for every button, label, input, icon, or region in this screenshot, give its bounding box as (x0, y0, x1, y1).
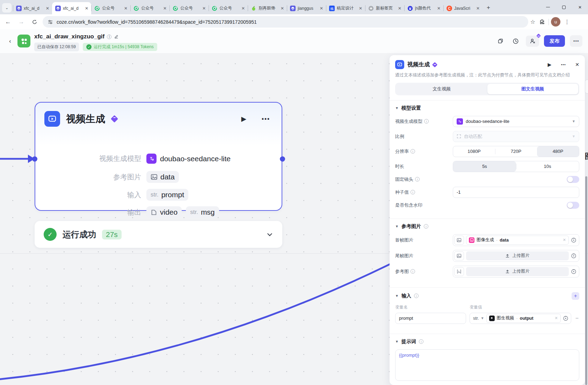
back-to-workflows-button[interactable]: ‹ (9, 38, 11, 45)
node-more-icon[interactable]: ⋯ (261, 114, 270, 124)
output-video-chip[interactable]: video (146, 206, 182, 218)
tab-close-icon[interactable]: ✕ (123, 6, 128, 11)
duration-10s[interactable]: 10s (516, 161, 579, 172)
type-select[interactable]: str. ▼ (473, 316, 484, 321)
tab-close-icon[interactable]: ✕ (241, 6, 246, 11)
info-icon[interactable]: i (424, 119, 429, 124)
watermark-toggle[interactable] (567, 202, 579, 209)
tab-close-icon[interactable]: ✕ (202, 6, 206, 11)
add-input-button[interactable]: ＋ (572, 292, 579, 300)
minimize-button[interactable] (540, 0, 556, 14)
page-scrollbar[interactable] (585, 176, 587, 385)
collaboration-button[interactable] (526, 36, 539, 47)
tab-close-icon[interactable]: ✕ (84, 6, 89, 11)
edit-title-icon[interactable] (114, 34, 119, 39)
resolution-1080p[interactable]: 1080P (453, 146, 495, 157)
clear-icon[interactable]: ✕ (563, 238, 566, 242)
browser-tab[interactable]: 公众号 ✕ (91, 2, 130, 14)
browser-tab[interactable]: 公众号 ✕ (209, 2, 248, 14)
info-icon[interactable]: i (411, 269, 415, 274)
browser-tab-active[interactable]: xfc_ai_d ✕ (52, 2, 91, 14)
new-tab-button[interactable]: + (484, 3, 493, 12)
tab-close-icon[interactable]: ✕ (280, 6, 285, 11)
tab-text-to-video[interactable]: 文生视频 (396, 84, 487, 94)
info-icon[interactable]: i (411, 190, 415, 194)
ref-image-chip[interactable]: data (146, 171, 179, 183)
run-node-icon[interactable]: ▶ (241, 115, 246, 123)
seed-input[interactable] (453, 187, 579, 198)
image-picker-button[interactable] (454, 267, 464, 276)
info-icon[interactable]: i (419, 339, 423, 344)
tab-search-button[interactable]: ⌄ (2, 3, 12, 13)
tab-close-icon[interactable]: ✕ (319, 6, 324, 11)
address-bar[interactable]: coze.cn/work_flow?workflow_id=7551065988… (43, 16, 528, 28)
input-var-chip[interactable]: str. prompt (146, 189, 188, 201)
browser-tab[interactable]: 公众号 ✕ (130, 2, 169, 14)
fixed-camera-toggle[interactable] (567, 176, 579, 183)
tab-close-icon[interactable]: ✕ (358, 6, 363, 11)
clear-icon[interactable]: ✕ (554, 316, 558, 320)
forward-button[interactable]: → (16, 17, 27, 27)
tab-close-icon[interactable]: ✕ (436, 6, 441, 11)
info-icon[interactable]: i (415, 177, 420, 182)
output-msg-chip[interactable]: str. msg (186, 206, 219, 218)
tab-close-icon[interactable]: ✕ (397, 6, 402, 11)
run-node-icon[interactable]: ▶ (547, 62, 551, 67)
ratio-select[interactable]: 自动匹配 ▼ (453, 131, 579, 142)
browser-tab[interactable]: 稿 稿定设计 ✕ (326, 2, 365, 14)
reload-button[interactable] (29, 17, 40, 27)
node-output-port[interactable] (280, 156, 285, 162)
variable-ref-icon[interactable] (571, 237, 576, 243)
tab-image-to-video[interactable]: 图文生视频 (487, 84, 579, 94)
panel-more-icon[interactable]: ⋯ (561, 62, 566, 67)
extensions-icon[interactable] (537, 17, 546, 27)
chevron-down-icon[interactable]: ▼ (395, 224, 399, 228)
video-generate-node[interactable]: 视频生成 ▶ ⋯ 视频生成模型 T doubao-seedance-lite 参… (35, 102, 282, 211)
browser-tab[interactable]: C JavaScri ✕ (443, 2, 482, 14)
site-settings-icon[interactable] (48, 19, 53, 25)
bookmark-star-icon[interactable]: ☆ (528, 17, 537, 27)
tab-close-icon[interactable]: ✕ (476, 6, 480, 11)
variable-name-input[interactable] (395, 313, 466, 324)
profile-avatar[interactable]: u (551, 17, 560, 27)
back-button[interactable]: ← (3, 17, 13, 27)
variable-ref-icon[interactable] (563, 316, 568, 321)
variable-ref-icon[interactable] (571, 269, 576, 274)
info-icon[interactable]: i (414, 294, 419, 298)
chevron-down-icon[interactable]: ▼ (395, 106, 399, 110)
first-frame-value-chip[interactable]: 图像生成 · data ✕ (466, 236, 569, 245)
info-icon[interactable]: i (411, 149, 415, 154)
maximize-button[interactable] (556, 0, 572, 14)
tab-close-icon[interactable]: ✕ (45, 6, 50, 11)
panel-close-icon[interactable]: ✕ (575, 62, 579, 67)
variable-ref-icon[interactable] (571, 253, 576, 259)
remove-row-button[interactable]: − (575, 315, 579, 321)
browser-tab[interactable]: jianggus ✕ (287, 2, 326, 14)
chevron-down-icon[interactable]: ▼ (395, 340, 399, 343)
run-status-badge[interactable]: ✓ 运行完成 1m15s | 54938 Tokens (83, 43, 157, 51)
model-select[interactable]: T doubao-seedance-lite ▼ (453, 116, 579, 127)
duration-5s[interactable]: 5s (453, 161, 516, 172)
browser-tab[interactable]: xfc_ai_d ✕ (13, 2, 52, 14)
browser-tab[interactable]: 公众号 ✕ (169, 2, 209, 14)
variable-value-chip[interactable]: 图生视频 · output ✕ (486, 314, 561, 323)
chevron-down-icon[interactable]: ▼ (395, 294, 399, 298)
header-more-button[interactable]: ⋯ (570, 35, 582, 47)
expand-chevron-icon[interactable] (266, 231, 273, 238)
upload-image-button[interactable]: 上传图片 (466, 251, 569, 260)
close-window-button[interactable]: ✕ (572, 0, 588, 14)
upload-image-button[interactable]: 上传图片 (466, 267, 569, 276)
run-result-card[interactable]: ✓ 运行成功 27s (35, 221, 282, 248)
history-button[interactable] (510, 36, 521, 46)
image-picker-button[interactable] (454, 236, 464, 245)
prompt-textarea[interactable]: {{prompt}} (395, 349, 579, 381)
duplicate-button[interactable] (495, 36, 506, 46)
resolution-720p[interactable]: 720P (495, 146, 537, 157)
node-input-port[interactable] (32, 156, 37, 162)
browser-tab[interactable]: 新标签页 ✕ (365, 2, 404, 14)
resolution-480p[interactable]: 480P (537, 146, 579, 157)
browser-menu-icon[interactable]: ⋮ (562, 17, 572, 27)
publish-button[interactable]: 发布 (544, 35, 565, 47)
info-icon[interactable]: i (107, 35, 111, 39)
tab-close-icon[interactable]: ✕ (162, 6, 167, 11)
